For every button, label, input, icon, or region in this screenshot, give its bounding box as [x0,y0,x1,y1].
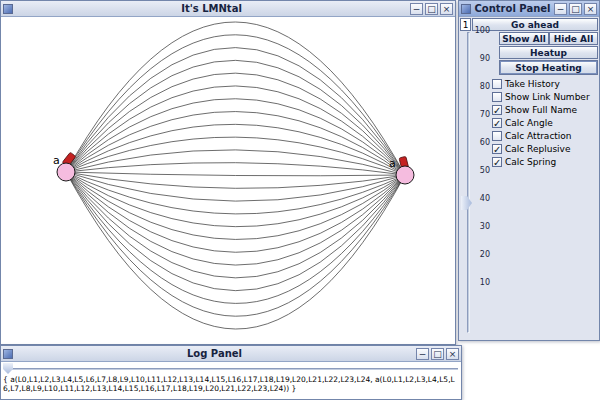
log-panel-content: { a(L0,L1,L2,L3,L4,L5,L6,L7,L8,L9,L10,L1… [1,362,461,399]
atom-label: a [389,157,396,170]
minimize-button[interactable]: − [410,3,423,15]
slider-tick-label: 50 [459,166,490,175]
log-panel-titlebar[interactable]: Log Panel − □ × [1,346,461,362]
checkbox-label: Take History [505,79,560,89]
slider-tick-label: 70 [459,110,490,119]
log-slider-thumb[interactable] [3,363,13,374]
checkbox-label: Calc Angle [505,118,553,128]
atom-label: a [53,154,60,167]
checkbox-calc-spring[interactable]: ✓Calc Spring [492,155,598,168]
link-curve [66,172,405,201]
maximize-button[interactable]: □ [425,3,438,15]
checkbox-label: Show Link Number [505,92,590,102]
slider-tick-label: 10 [459,278,490,287]
link-curve [66,172,405,176]
temperature-slider[interactable]: 100908070605040302010 [459,17,492,340]
main-window: It's LMNtal − □ × a a [0,0,456,345]
link-curve [66,172,405,252]
show-all-button[interactable]: Show All [499,32,549,45]
maximize-button[interactable]: □ [431,348,444,360]
control-panel-title: Control Panel [473,2,552,16]
checkbox-label: Calc Attraction [505,131,572,141]
close-button[interactable]: × [440,3,453,15]
link-curve [66,86,405,175]
main-window-titlebar[interactable]: It's LMNtal − □ × [1,1,455,17]
checkbox-list: Take HistoryShow Link Number✓Show Full N… [492,77,598,168]
link-curve [66,172,405,303]
link-curve [66,172,405,265]
checkbox-box[interactable] [492,79,502,89]
link-curve [66,172,405,291]
checkbox-calc-replusive[interactable]: ✓Calc Replusive [492,142,598,155]
log-panel-window: Log Panel − □ × { a(L0,L1,L2,L3,L4,L5,L6… [0,345,462,400]
control-panel-window: Control Panel − □ × Go ahead Show All Hi… [458,0,600,341]
slider-scale: 100908070605040302010 [459,17,490,340]
checkbox-label: Calc Replusive [505,144,570,154]
slider-tick-label: 100 [459,26,490,35]
slider-tick-label: 90 [459,54,490,63]
checkbox-calc-angle[interactable]: ✓Calc Angle [492,116,598,129]
link-curve [66,172,405,214]
heatup-button[interactable]: Heatup [499,46,598,59]
app-icon [461,4,471,14]
app-icon [3,4,13,14]
slider-tick-label: 40 [459,194,490,203]
checkbox-box[interactable] [492,92,502,102]
control-panel-content: Go ahead Show All Hide All Heatup Stop H… [459,17,599,340]
checkbox-take-history[interactable]: Take History [492,77,598,90]
log-panel-title: Log Panel [15,347,414,361]
minimize-button[interactable]: − [554,3,567,15]
control-panel-titlebar[interactable]: Control Panel − □ × [459,1,599,17]
link-curve [66,172,405,329]
main-window-title: It's LMNtal [15,2,408,16]
atom-left[interactable]: a [53,152,76,181]
slider-tick-label: 20 [459,250,490,259]
link-curve [66,172,405,316]
log-slider-track[interactable] [4,368,458,370]
checkbox-label: Calc Spring [505,157,556,167]
close-button[interactable]: × [446,348,459,360]
checkbox-show-link-number[interactable]: Show Link Number [492,90,598,103]
link-curve [66,172,405,278]
checkbox-box[interactable]: ✓ [492,144,502,154]
slider-tick-label: 80 [459,82,490,91]
graph-svg: a a [1,17,455,344]
checkbox-box[interactable]: ✓ [492,105,502,115]
checkbox-box[interactable] [492,131,502,141]
atom-body[interactable] [396,166,414,184]
checkbox-box[interactable]: ✓ [492,157,502,167]
close-button[interactable]: × [584,3,597,15]
checkbox-show-full-name[interactable]: ✓Show Full Name [492,103,598,116]
stop-heating-button[interactable]: Stop Heating [499,60,598,75]
checkbox-label: Show Full Name [505,105,577,115]
graph-canvas[interactable]: a a [1,17,455,344]
log-text[interactable]: { a(L0,L1,L2,L3,L4,L5,L6,L7,L8,L9,L10,L1… [3,375,459,398]
checkbox-box[interactable]: ✓ [492,118,502,128]
hide-all-button[interactable]: Hide All [549,32,598,45]
slider-tick-label: 30 [459,222,490,231]
checkbox-calc-attraction[interactable]: Calc Attraction [492,129,598,142]
maximize-button[interactable]: □ [569,3,582,15]
minimize-button[interactable]: − [416,348,429,360]
app-icon [3,349,13,359]
link-curve [66,172,405,188]
link-curves [66,22,405,329]
desktop: { "glyphs": { "minimize": "−", "maximize… [0,0,600,400]
link-curve [66,60,405,175]
slider-tick-label: 60 [459,138,490,147]
